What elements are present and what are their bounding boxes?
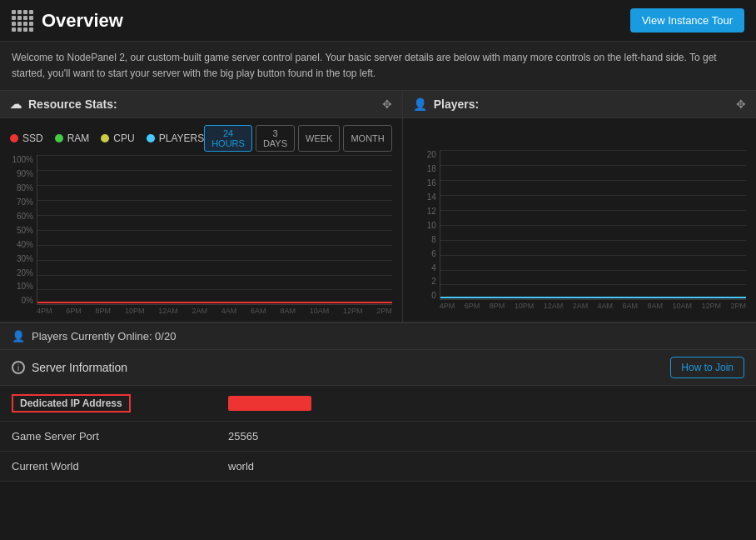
chart-controls: SSD RAM CPU PLAYERS 24 HOURS 3 DAYS (0, 118, 402, 155)
ip-label-cell: Dedicated IP Address (12, 394, 228, 412)
server-information-section: i Server Information How to Join Dedicat… (0, 350, 756, 482)
ssd-label: SSD (22, 132, 43, 144)
table-row: Dedicated IP Address (0, 386, 756, 422)
players-panel-header: 👤 Players: ✥ (403, 91, 756, 118)
resource-stats-title: Resource Stats: (28, 98, 117, 111)
players-panel: 👤 Players: ✥ 0 2 4 6 8 10 12 14 16 18 20 (403, 91, 756, 322)
ip-value-cell (228, 396, 311, 411)
chart-legend: SSD RAM CPU PLAYERS (10, 132, 204, 144)
players-dot (147, 134, 155, 142)
resource-stats-header: ☁ Resource Stats: ✥ (0, 91, 402, 118)
time-3days-button[interactable]: 3 DAYS (256, 125, 295, 152)
table-row: Current World world (0, 452, 756, 482)
ram-dot (55, 134, 63, 142)
cpu-label: CPU (113, 132, 134, 144)
players-online-text: Players Currently Online: 0/20 (32, 330, 176, 342)
server-info-title-area: i Server Information (12, 361, 127, 374)
time-week-button[interactable]: WEEK (298, 125, 340, 152)
resource-stats-title-area: ☁ Resource Stats: (10, 98, 117, 111)
time-24h-button[interactable]: 24 HOURS (204, 125, 252, 152)
players-chart-area: 0 2 4 6 8 10 12 14 16 18 20 (403, 150, 756, 317)
players-online-bar: 👤 Players Currently Online: 0/20 (0, 322, 756, 350)
resource-chart-inner: 4PM 6PM 8PM 10PM 12AM 2AM 4AM 6AM 8AM 10… (37, 155, 392, 315)
ip-redacted-value (228, 396, 311, 411)
cloud-icon: ☁ (10, 98, 22, 111)
players-line (440, 297, 746, 298)
players-chart-inner: 4PM 6PM 8PM 10PM 12AM 2AM 4AM 6AM 8AM 10… (440, 150, 746, 310)
players-title-area: 👤 Players: (413, 98, 479, 111)
current-world-value: world (228, 460, 254, 472)
server-info-header: i Server Information How to Join (0, 350, 756, 386)
welcome-message: Welcome to NodePanel 2, our custom-built… (0, 42, 756, 91)
expand-icon[interactable]: ✥ (382, 98, 392, 111)
ssd-dot (10, 134, 18, 142)
page-header: Overview View Instance Tour (0, 0, 756, 42)
ram-label: RAM (67, 132, 90, 144)
legend-cpu: CPU (101, 132, 134, 144)
legend-players: PLAYERS (147, 132, 204, 144)
person-icon-2: 👤 (12, 330, 25, 342)
port-value-cell: 25565 (228, 430, 258, 442)
how-to-join-button[interactable]: How to Join (670, 357, 744, 378)
header-left: Overview (12, 10, 123, 32)
dedicated-ip-label: Dedicated IP Address (12, 394, 131, 412)
legend-ssd: SSD (10, 132, 43, 144)
resource-chart-area: 0% 10% 20% 30% 40% 50% 60% 70% 80% 90% 1… (0, 155, 402, 322)
apps-icon (12, 10, 33, 32)
server-info-table: Dedicated IP Address Game Server Port 25… (0, 386, 756, 482)
game-server-port-label: Game Server Port (12, 430, 99, 442)
current-world-label: Current World (12, 460, 79, 472)
players-y-axis: 0 2 4 6 8 10 12 14 16 18 20 (403, 150, 440, 300)
welcome-text: Welcome to NodePanel 2, our custom-built… (12, 52, 717, 79)
port-label-cell: Game Server Port (12, 430, 228, 442)
page-title: Overview (42, 10, 123, 32)
ssd-line (37, 302, 392, 303)
info-icon: i (12, 361, 25, 374)
person-icon: 👤 (413, 98, 427, 111)
time-month-button[interactable]: MONTH (343, 125, 391, 152)
game-server-port-value: 25565 (228, 430, 258, 442)
tour-button[interactable]: View Instance Tour (630, 8, 744, 32)
players-spacer (403, 118, 756, 150)
table-row: Game Server Port 25565 (0, 422, 756, 452)
players-expand-icon[interactable]: ✥ (736, 98, 746, 111)
charts-row: ☁ Resource Stats: ✥ SSD RAM CPU (0, 91, 756, 322)
resource-stats-panel: ☁ Resource Stats: ✥ SSD RAM CPU (0, 91, 403, 322)
server-info-title: Server Information (32, 361, 127, 374)
players-x-axis: 4PM 6PM 8PM 10PM 12AM 2AM 4AM 6AM 8AM 10… (440, 300, 746, 310)
time-buttons: 24 HOURS 3 DAYS WEEK MONTH (204, 125, 392, 152)
resource-chart-grid (37, 155, 392, 305)
cpu-dot (101, 134, 109, 142)
world-value-cell: world (228, 460, 254, 472)
resource-y-axis: 0% 10% 20% 30% 40% 50% 60% 70% 80% 90% 1… (0, 155, 37, 305)
legend-ram: RAM (55, 132, 90, 144)
players-chart-grid (440, 150, 746, 300)
resource-x-axis: 4PM 6PM 8PM 10PM 12AM 2AM 4AM 6AM 8AM 10… (37, 305, 392, 315)
world-label-cell: Current World (12, 460, 228, 472)
players-label: PLAYERS (159, 132, 204, 144)
players-title: Players: (434, 98, 479, 111)
